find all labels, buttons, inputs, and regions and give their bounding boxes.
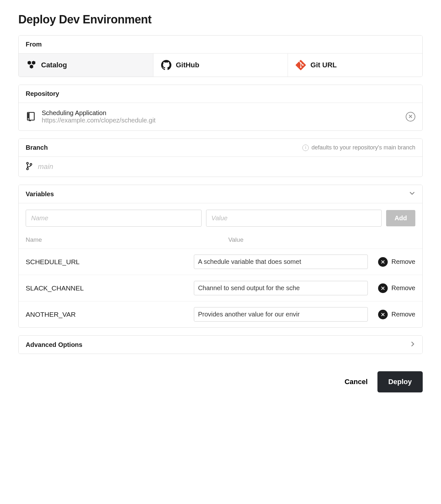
variable-value-field[interactable] [194,281,368,295]
repository-body: Scheduling Application https://example.c… [19,103,422,130]
branch-panel: Branch i defaults to your repository's m… [18,139,423,177]
variables-header[interactable]: Variables [19,185,422,203]
tab-giturl[interactable]: Git URL [288,54,422,77]
branch-body [19,156,422,177]
close-icon [378,257,388,267]
branch-hint: i defaults to your repository's main bra… [302,144,415,151]
repository-header: Repository [19,85,422,103]
page-title: Deploy Dev Environment [18,13,423,26]
chevron-down-icon [409,190,415,198]
svg-point-6 [28,115,29,115]
source-tabs: Catalog GitHub Git URL [19,53,422,77]
catalog-icon [26,60,37,70]
tab-giturl-label: Git URL [310,61,337,69]
from-label: From [26,41,42,48]
variable-row: SLACK_CHANNEL Remove [19,275,422,301]
variables-add-row: Add [19,203,422,233]
advanced-options-label: Advanced Options [26,341,82,349]
variable-row: ANOTHER_VAR Remove [19,301,422,327]
variables-panel: Variables Add Name Value SCHEDULE_URL [18,185,423,328]
cancel-button[interactable]: Cancel [344,378,368,386]
github-icon [161,60,171,70]
tab-github-label: GitHub [176,61,199,69]
variable-add-button[interactable]: Add [386,210,415,226]
svg-marker-2 [30,65,33,69]
variable-value-field[interactable] [194,307,368,322]
repository-clear-button[interactable] [406,112,415,122]
remove-label: Remove [392,311,415,318]
variable-remove-button[interactable]: Remove [378,257,415,267]
svg-point-5 [28,113,29,114]
remove-label: Remove [392,258,415,265]
branch-icon [26,162,33,172]
variable-remove-button[interactable]: Remove [378,283,415,293]
variable-row: SCHEDULE_URL Remove [19,248,422,275]
svg-point-7 [28,116,29,117]
repository-url: https://example.com/clopez/schedule.git [42,117,400,124]
variable-name-input[interactable] [26,210,202,227]
svg-point-9 [27,163,28,164]
branch-hint-text: defaults to your repository's main branc… [311,144,415,151]
from-header: From [19,36,422,53]
close-icon [378,310,388,319]
column-name: Name [26,236,228,243]
advanced-options-panel[interactable]: Advanced Options [18,335,423,354]
repository-icon [26,112,36,122]
repository-label: Repository [26,90,59,97]
branch-input[interactable] [38,163,415,171]
variable-name: SCHEDULE_URL [26,258,189,266]
column-value: Value [228,236,415,243]
git-icon [296,60,306,70]
variables-label: Variables [26,190,54,198]
variable-name: ANOTHER_VAR [26,311,189,318]
svg-marker-0 [28,61,31,65]
info-icon: i [302,145,309,151]
variable-name: SLACK_CHANNEL [26,284,189,292]
close-icon [408,114,413,120]
svg-point-8 [28,117,29,118]
close-icon [378,283,388,293]
remove-label: Remove [392,284,415,292]
repository-name: Scheduling Application [42,109,400,117]
repository-panel: Repository Scheduling Application https:… [18,85,423,131]
variable-remove-button[interactable]: Remove [378,310,415,319]
branch-header: Branch i defaults to your repository's m… [19,139,422,156]
svg-point-11 [30,164,32,165]
branch-label: Branch [26,144,48,151]
tab-catalog[interactable]: Catalog [19,54,153,77]
variables-columns: Name Value [19,233,422,248]
tab-github[interactable]: GitHub [153,54,288,77]
variable-value-input[interactable] [206,210,382,227]
variable-value-field[interactable] [194,255,368,269]
chevron-right-icon [410,341,415,349]
footer-actions: Cancel Deploy [18,362,423,392]
from-panel: From Catalog GitHub Git URL [18,35,423,77]
svg-point-10 [27,168,28,170]
tab-catalog-label: Catalog [41,61,67,69]
deploy-button[interactable]: Deploy [377,371,423,392]
svg-marker-1 [32,61,35,65]
